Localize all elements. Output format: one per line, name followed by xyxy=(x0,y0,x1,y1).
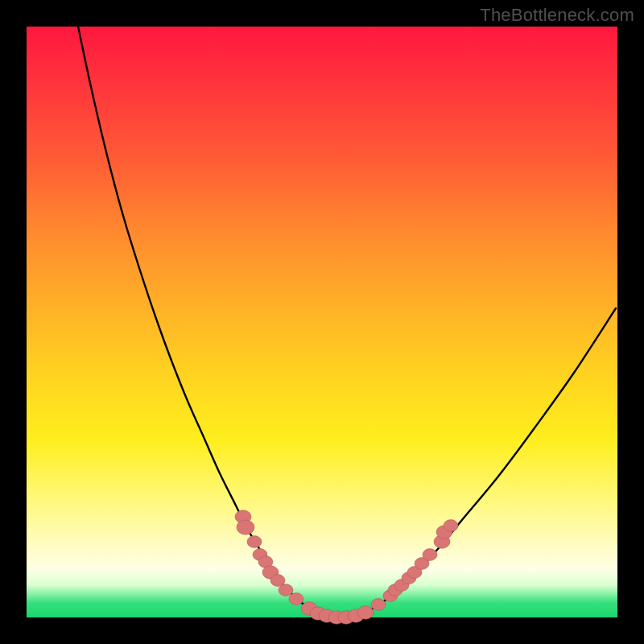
curve-marker xyxy=(237,520,254,535)
chart-svg xyxy=(27,27,617,617)
curve-marker xyxy=(371,599,386,611)
watermark-text: TheBottleneck.com xyxy=(480,5,634,26)
bottleneck-curve xyxy=(78,27,616,618)
curve-marker xyxy=(357,606,374,619)
curve-marker xyxy=(279,584,293,597)
curve-marker xyxy=(247,536,262,548)
curve-marker xyxy=(444,520,458,532)
curve-markers xyxy=(235,510,458,624)
curve-marker xyxy=(423,549,437,561)
curve-marker xyxy=(289,593,303,605)
chart-frame: TheBottleneck.com xyxy=(0,0,644,644)
plot-area xyxy=(27,27,617,617)
